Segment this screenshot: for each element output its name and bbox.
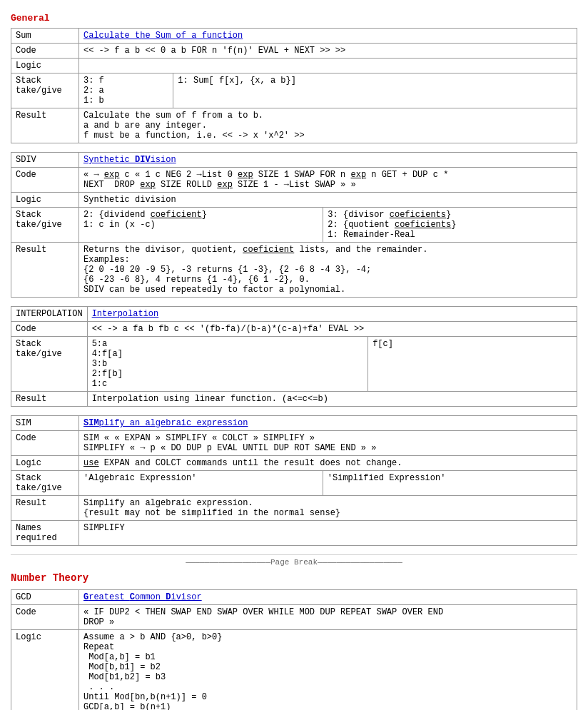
sdiv-stack-left: 2: {dividend coeficient}1: c in (x -c) (79, 208, 323, 243)
general-title: General (11, 13, 577, 24)
sim-stack-label: Stacktake/give (11, 471, 79, 496)
sim-logic-label: Logic (11, 456, 79, 471)
sdiv-header-link[interactable]: Synthetic DIVision (83, 155, 176, 165)
sim-header-content: SIMplify an algebraic expression (79, 416, 577, 431)
interp-header-row: INTERPOLATION Interpolation (11, 307, 577, 322)
interp-header-link[interactable]: Interpolation (92, 309, 159, 319)
sum-stack-label: Stacktake/give (11, 73, 79, 108)
sdiv-result-row: Result Returns the divisor, quotient, co… (11, 243, 577, 298)
sdiv-code-label: Code (11, 168, 79, 193)
page-break: ——————————————————Page Break————————————… (11, 554, 577, 567)
sdiv-label: SDIV (11, 153, 79, 168)
sum-header-link[interactable]: Calculate the Sum of a function (83, 31, 243, 41)
sum-code-label: Code (11, 44, 79, 59)
sdiv-table: SDIV Synthetic DIVision Code « → exp c «… (11, 152, 577, 298)
sum-code-content: << -> f a b << 0 a b FOR n 'f(n)' EVAL +… (79, 44, 577, 59)
sdiv-result-label: Result (11, 243, 79, 298)
sim-result-row: Result Simplify an algebraic expression.… (11, 496, 577, 521)
sdiv-result-content: Returns the divisor, quotient, coeficien… (79, 243, 577, 298)
interp-code-label: Code (11, 322, 88, 337)
interp-result-row: Result Interpolation using linear functi… (11, 392, 577, 407)
sim-names-row: Namesrequired SIMPLIFY (11, 521, 577, 546)
sim-label: SIM (11, 416, 79, 431)
sdiv-logic-label: Logic (11, 193, 79, 208)
sum-stack-left: 3: f2: a1: b (79, 73, 173, 108)
sum-code-row: Code << -> f a b << 0 a b FOR n 'f(n)' E… (11, 44, 577, 59)
sdiv-header-row: SDIV Synthetic DIVision (11, 153, 577, 168)
sum-logic-label: Logic (11, 59, 79, 73)
interp-stack-row: Stacktake/give 5:a4:f[a]3:b2:f[b]1:c f[c… (11, 337, 577, 392)
sim-stack-right: 'Simplified Expression' (323, 471, 577, 496)
sdiv-stack-label: Stacktake/give (11, 208, 79, 243)
sim-code-label: Code (11, 431, 79, 456)
gcd-header-row: GCD Greatest Common Divisor (11, 590, 577, 605)
sim-stack-row: Stacktake/give 'Algebraic Expression' 'S… (11, 471, 577, 496)
gcd-logic-row: Logic Assume a > b AND {a>0, b>0}Repeat … (11, 630, 577, 711)
gcd-label: GCD (11, 590, 79, 605)
gcd-logic-label: Logic (11, 630, 79, 711)
sim-header-link[interactable]: SIMplify an algebraic expression (83, 418, 248, 428)
sdiv-stack-right: 3: {divisor coeficients}2: {quotient coe… (323, 208, 577, 243)
gcd-header-link[interactable]: Greatest Common Divisor (83, 592, 202, 602)
sum-logic-content (79, 59, 577, 73)
sim-result-label: Result (11, 496, 79, 521)
sdiv-logic-content: Synthetic division (79, 193, 577, 208)
sim-code-row: Code SIM « « EXPAN » SIMPLIFY « COLCT » … (11, 431, 577, 456)
sim-names-content: SIMPLIFY (79, 521, 577, 546)
sum-label: Sum (11, 29, 79, 44)
sim-code-content: SIM « « EXPAN » SIMPLIFY « COLCT » SIMPL… (79, 431, 577, 456)
sim-result-content: Simplify an algebraic expression.{result… (79, 496, 577, 521)
sdiv-code-row: Code « → exp c « 1 c NEG 2 →List 0 exp S… (11, 168, 577, 193)
sum-result-label: Result (11, 108, 79, 143)
sum-result-row: Result Calculate the sum of f from a to … (11, 108, 577, 143)
sum-table: Sum Calculate the Sum of a function Code… (11, 28, 577, 143)
section-number-theory: Number Theory GCD Greatest Common Diviso… (11, 572, 577, 710)
gcd-code-row: Code « IF DUP2 < THEN SWAP END SWAP OVER… (11, 605, 577, 630)
sum-result-content: Calculate the sum of f from a to b.a and… (79, 108, 577, 143)
sum-stack-row: Stacktake/give 3: f2: a1: b 1: Sum[ f[x]… (11, 73, 577, 108)
number-theory-title: Number Theory (11, 572, 577, 584)
gcd-header-content: Greatest Common Divisor (79, 590, 577, 605)
sim-stack-left: 'Algebraic Expression' (79, 471, 323, 496)
interp-result-content: Interpolation using linear function. (a<… (87, 392, 577, 407)
sum-logic-row: Logic (11, 59, 577, 73)
sdiv-code-content: « → exp c « 1 c NEG 2 →List 0 exp SIZE 1… (79, 168, 577, 193)
gcd-code-content: « IF DUP2 < THEN SWAP END SWAP OVER WHIL… (79, 605, 577, 630)
interp-result-label: Result (11, 392, 88, 407)
sum-stack-right: 1: Sum[ f[x], {x, a b}] (173, 73, 577, 108)
gcd-logic-content: Assume a > b AND {a>0, b>0}Repeat Mod[a,… (79, 630, 577, 711)
interp-stack-label: Stacktake/give (11, 337, 88, 392)
interp-code-row: Code << -> a fa b fb c << '(fb-fa)/(b-a)… (11, 322, 577, 337)
sum-header-row: Sum Calculate the Sum of a function (11, 29, 577, 44)
sdiv-stack-row: Stacktake/give 2: {dividend coeficient}1… (11, 208, 577, 243)
sim-logic-content: use EXPAN and COLCT commands until the r… (79, 456, 577, 471)
sim-logic-row: Logic use EXPAN and COLCT commands until… (11, 456, 577, 471)
interp-stack-right: f[c] (368, 337, 577, 392)
sdiv-logic-row: Logic Synthetic division (11, 193, 577, 208)
gcd-table: GCD Greatest Common Divisor Code « IF DU… (11, 589, 577, 710)
sum-header-content: Calculate the Sum of a function (79, 29, 577, 44)
section-general: General Sum Calculate the Sum of a funct… (11, 13, 577, 546)
gcd-code-label: Code (11, 605, 79, 630)
interp-stack-left: 5:a4:f[a]3:b2:f[b]1:c (87, 337, 368, 392)
sdiv-header-content: Synthetic DIVision (79, 153, 577, 168)
sim-header-row: SIM SIMplify an algebraic expression (11, 416, 577, 431)
sim-table: SIM SIMplify an algebraic expression Cod… (11, 415, 577, 546)
interp-label: INTERPOLATION (11, 307, 88, 322)
interpolation-table: INTERPOLATION Interpolation Code << -> a… (11, 306, 577, 407)
sim-names-label: Namesrequired (11, 521, 79, 546)
interp-header-content: Interpolation (87, 307, 577, 322)
interp-code-content: << -> a fa b fb c << '(fb-fa)/(b-a)*(c-a… (87, 322, 577, 337)
